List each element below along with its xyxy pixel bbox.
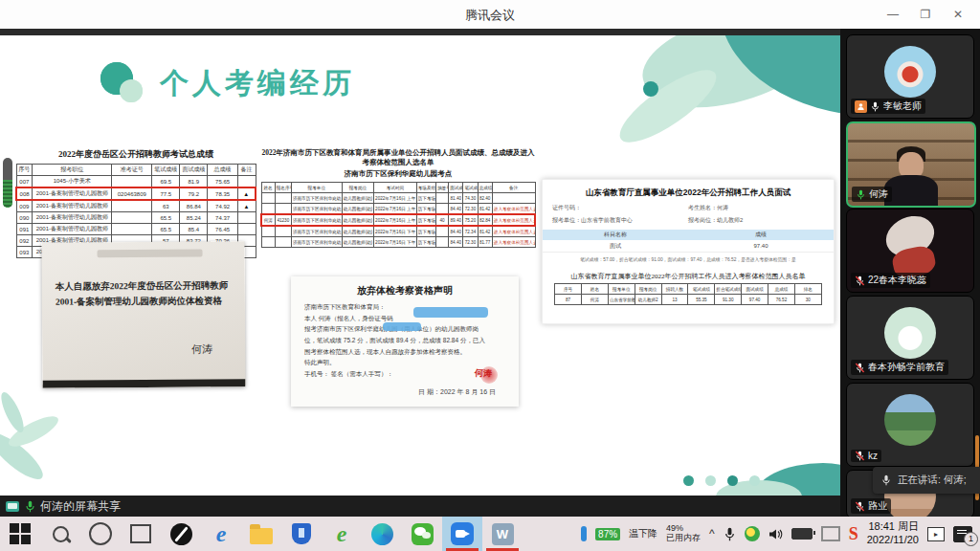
column-header: 序号 xyxy=(16,165,33,176)
field-id-label: 证件号码： xyxy=(552,204,688,212)
slide-title: 个人考编经历 xyxy=(160,64,355,103)
column-header: 总成绩 xyxy=(208,165,237,176)
participant-tile[interactable]: 春本孙畅学前教育 xyxy=(846,296,974,380)
column-header: 报考单位 xyxy=(608,284,635,295)
green-browser-button[interactable]: e xyxy=(322,517,362,551)
wechat-button[interactable] xyxy=(402,517,442,551)
pinwheel-app-button[interactable] xyxy=(161,517,201,551)
battery-icon[interactable] xyxy=(791,528,813,540)
score-value: 97.40 xyxy=(688,243,834,249)
list-title: 山东省教育厅直属事业单位2022年公开招聘工作人员进入考察体检范围人员名单 xyxy=(546,272,830,281)
dot-decoration xyxy=(643,81,658,97)
taskbar-clock[interactable]: 18:41 周日 2022/11/20 xyxy=(867,520,919,547)
antivirus-tray-icon[interactable] xyxy=(745,526,760,541)
task-view-button[interactable] xyxy=(121,517,161,551)
column-header: 报考职位 xyxy=(33,165,112,176)
participant-name: 路业 xyxy=(868,499,887,513)
file-explorer-button[interactable] xyxy=(241,517,281,551)
column-header: 姓名 xyxy=(582,284,609,295)
column-header: 考试时间 xyxy=(374,183,417,193)
column-header: 总成绩 xyxy=(768,284,795,295)
participant-tile[interactable]: kz xyxy=(846,383,974,467)
edge-icon xyxy=(371,523,393,545)
participant-tile[interactable]: 李敏老师 xyxy=(846,34,974,119)
column-header: 姓名 xyxy=(261,183,275,193)
mic-icon xyxy=(880,474,892,486)
mic-active-icon xyxy=(856,189,866,200)
internet-explorer-button[interactable]: e xyxy=(201,517,241,551)
taskbar-search-button[interactable] xyxy=(40,517,80,551)
close-button[interactable]: ✕ xyxy=(942,8,974,21)
leaf-decoration xyxy=(0,389,28,435)
touch-keyboard-icon[interactable]: ▸ xyxy=(927,527,945,541)
screen-share-status-bar: 何涛的屏幕共享 xyxy=(0,496,840,517)
minimize-button[interactable]: — xyxy=(877,8,909,21)
column-header: 抽签号 xyxy=(436,183,449,193)
participant-name: 何涛 xyxy=(869,187,888,201)
tray-mic-icon[interactable] xyxy=(724,527,736,541)
column-header: 面试成绩 xyxy=(449,183,463,193)
column-header: 考场及组别 xyxy=(416,183,435,193)
cortana-button[interactable] xyxy=(80,517,121,551)
score-header-row: 科目名称 成绩 xyxy=(543,230,834,240)
input-method-icon[interactable]: S xyxy=(849,524,858,544)
clock-date: 2022/11/20 xyxy=(867,534,919,547)
avatar xyxy=(884,46,936,98)
mic-on-icon xyxy=(870,101,880,112)
maximize-button[interactable]: ❐ xyxy=(909,8,942,21)
field-post-value: 幼儿教师2 xyxy=(717,217,743,223)
display-tray-icon[interactable] xyxy=(821,526,840,541)
pagination-dot[interactable] xyxy=(705,475,716,486)
mic-muted-icon xyxy=(855,501,865,512)
participant-tile[interactable]: 22春本李晓蕊 xyxy=(846,209,974,293)
memory-label: 已用内存 xyxy=(666,534,701,543)
column-header: 招聘人数 xyxy=(661,284,688,295)
table-subtitle: 济南市历下区保利华庭幼儿园考点 xyxy=(260,169,536,179)
notification-center-icon[interactable]: 1 xyxy=(953,526,972,542)
table-row: 87何涛山东省学前教育中心幼儿教师21355.3591.3097.4076.52… xyxy=(555,295,822,305)
column-header: 报考岗位 xyxy=(635,284,661,295)
green-e-icon: e xyxy=(337,521,347,547)
participant-name: kz xyxy=(868,451,878,461)
blurred-header xyxy=(98,250,203,258)
edge-button[interactable] xyxy=(362,517,402,551)
temp-badge[interactable]: 87% xyxy=(595,528,620,540)
table-title: 2022年济南市历下区教育和体育局所属事业单位公开招聘人员面试成绩、总成绩及进入… xyxy=(260,148,536,167)
meeting-titlebar: 腾讯会议 — ❐ ✕ xyxy=(0,0,980,30)
card-title: 山东省教育厅直属事业单位2022年公开招聘工作人员面试 xyxy=(546,187,830,199)
photo-edge xyxy=(42,379,245,387)
participant-name: 22春本李晓蕊 xyxy=(868,274,926,287)
table-row: 济南市历下区保利华庭幼儿园幼儿园教师(幼)2022年7月16日 上午历下考场81… xyxy=(261,193,535,204)
pagination-dot[interactable] xyxy=(749,475,760,486)
volume-icon[interactable] xyxy=(768,528,783,540)
participant-name: 春本孙畅学前教育 xyxy=(868,361,945,374)
start-button[interactable] xyxy=(0,517,40,551)
speaking-toast: 正在讲话: 何涛; xyxy=(873,467,980,494)
column-header: 备注 xyxy=(237,165,256,176)
pagination-dot[interactable] xyxy=(727,475,738,486)
waiver-letter-photo: 本人自愿放弃2022年度岱岳区公开招聘教师2001-备案制管理幼儿园教师岗位体检… xyxy=(41,241,245,387)
ie-icon: e xyxy=(216,521,227,547)
memory-widget[interactable]: 49% 已用内存 xyxy=(666,524,701,543)
table-row: 济南市历下区保利华庭幼儿园幼儿园教师(幼)2022年7月16日 上午历下考场84… xyxy=(261,204,535,215)
security-app-button[interactable] xyxy=(281,517,322,551)
wps-button[interactable]: W xyxy=(482,517,523,551)
redaction-blur xyxy=(383,322,421,331)
participant-tile[interactable]: 何涛 xyxy=(846,121,976,208)
hidden-icons-chevron[interactable]: ^ xyxy=(709,527,715,540)
tencent-meeting-button[interactable] xyxy=(442,517,482,551)
notification-badge: 1 xyxy=(964,532,978,546)
column-header: 排名 xyxy=(794,284,821,295)
windows-logo-icon xyxy=(10,523,31,544)
avatar xyxy=(884,307,936,359)
score-row: 面试 97.40 xyxy=(543,240,834,253)
sidebar-widget[interactable] xyxy=(3,158,12,208)
column-header: 面试成绩 xyxy=(180,165,208,176)
waiver-signature: 何涛 xyxy=(191,342,212,356)
shield-icon xyxy=(292,523,311,544)
shared-screen-area: 个人考编经历 2022年度岱岳区公开招聘教师考试总成绩 序号报考职位准考证号笔试… xyxy=(0,29,840,517)
field-post-label: 报考岗位： xyxy=(688,217,717,223)
pagination-dot[interactable] xyxy=(683,475,694,486)
slide-pagination[interactable] xyxy=(683,475,760,486)
pinwheel-icon xyxy=(170,523,192,545)
